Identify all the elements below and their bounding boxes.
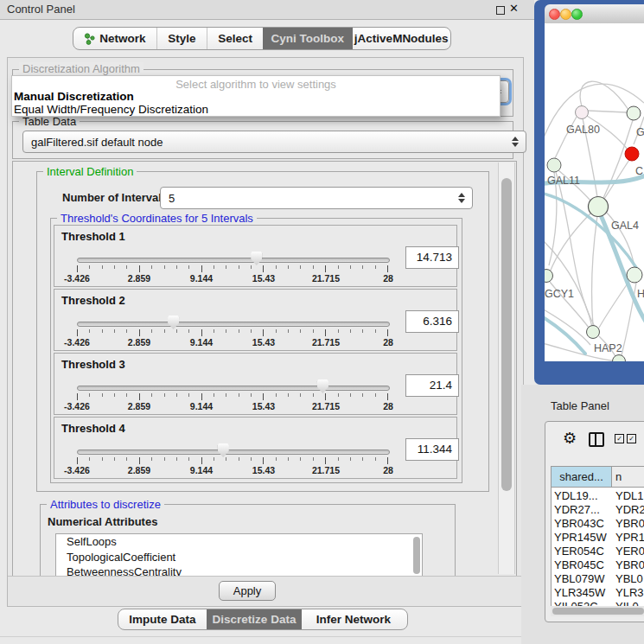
slider-track[interactable] <box>77 450 390 455</box>
node-label: GCY1 <box>545 288 574 300</box>
table-row[interactable]: YDR27...YDR2 <box>552 503 644 517</box>
attributes-group-title: Attributes to discretize <box>47 498 164 511</box>
scrollbar-thumb[interactable] <box>552 608 644 615</box>
node-gal4[interactable] <box>589 197 609 217</box>
threshold-value-field[interactable]: 11.344 <box>405 438 459 461</box>
control-panel-title: Control Panel <box>7 3 75 16</box>
slider-thumb[interactable] <box>218 443 229 457</box>
apply-button[interactable]: Apply <box>219 581 276 601</box>
algorithm-group-title: Discretization Algorithm <box>19 62 143 75</box>
tab-select[interactable]: Select <box>207 28 263 49</box>
node-label: G <box>636 126 644 138</box>
columns-icon[interactable] <box>589 432 604 447</box>
node-gal80[interactable] <box>576 106 589 119</box>
list-scrollbar-thumb[interactable] <box>413 537 420 574</box>
threshold-slider[interactable]: -3.426 2.859 9.144 15.43 21.715 28 <box>77 252 388 283</box>
network-view-window: GAL80 G C GAL11 GAL4 GCY1 H HAP2 <box>534 0 644 385</box>
network-canvas[interactable]: GAL80 G C GAL11 GAL4 GCY1 H HAP2 <box>545 23 644 361</box>
node-gcy1[interactable] <box>545 270 553 283</box>
scale-label: 9.144 <box>190 401 213 411</box>
slider-track[interactable] <box>77 322 390 327</box>
table-data-combobox[interactable]: galFiltered.sif default node <box>22 131 526 153</box>
table-row[interactable]: YLR345WYLR3 <box>552 586 644 600</box>
scale-label: 9.144 <box>190 273 213 284</box>
column-header-name[interactable]: n <box>612 467 644 488</box>
table-row[interactable]: YBR045CYBR0 <box>552 558 644 572</box>
slider-track[interactable] <box>77 386 390 391</box>
dropdown-option-manual[interactable]: Manual Discretization <box>14 90 134 103</box>
list-item[interactable]: TopologicalCoefficient <box>56 550 422 565</box>
scale-label: -3.426 <box>64 465 90 475</box>
threshold-value-field[interactable]: 21.4 <box>405 374 459 397</box>
checkbox-icon[interactable]: ✓ <box>627 434 636 443</box>
scrollbar-thumb[interactable] <box>501 178 512 491</box>
node-top-right[interactable] <box>627 106 641 120</box>
scale-label: 21.715 <box>312 401 340 411</box>
slider-scale: -3.426 2.859 9.144 15.43 21.715 28 <box>77 273 388 284</box>
node-label: H <box>637 288 644 300</box>
tab-cyni-toolbox[interactable]: Cyni Toolbox <box>263 28 353 49</box>
close-icon[interactable]: ✕ <box>509 2 519 15</box>
slider-thumb[interactable] <box>168 316 179 329</box>
table-horizontal-scrollbar[interactable] <box>551 606 644 616</box>
bottom-tabbar: Impute Data Discretize Data Infer Networ… <box>118 609 408 630</box>
tab-label: jActiveMNodules <box>354 32 449 45</box>
number-of-intervals-label: Number of Intervals <box>62 191 168 204</box>
number-of-intervals-combobox[interactable]: 5 <box>160 187 473 209</box>
scale-label: 2.859 <box>128 337 150 348</box>
tab-jactivemnodules[interactable]: jActiveMNodules <box>353 28 450 49</box>
threshold-slider[interactable]: -3.426 2.859 9.144 15.43 21.715 28 <box>77 316 388 347</box>
checkbox-icon[interactable]: ✓ <box>615 434 624 443</box>
slider-thumb[interactable] <box>317 379 328 393</box>
threshold-label: Threshold 3 <box>61 358 125 371</box>
scale-label: 21.715 <box>312 273 340 284</box>
threshold-panel-3: Threshold 3 -3.426 2.859 9.144 15.43 21.… <box>54 353 457 415</box>
tab-infer-network[interactable]: Infer Network <box>302 609 405 629</box>
close-traffic-light-icon[interactable] <box>549 9 560 20</box>
tab-impute-data[interactable]: Impute Data <box>118 609 207 629</box>
list-item[interactable]: SelfLoops <box>56 534 422 550</box>
node-bottom[interactable] <box>613 355 626 362</box>
node-h[interactable] <box>627 267 642 283</box>
float-window-icon[interactable] <box>496 6 505 15</box>
slider-thumb[interactable] <box>251 252 262 265</box>
threshold-value-field[interactable]: 6.316 <box>405 310 459 333</box>
tab-label: Style <box>168 32 195 45</box>
screenshot-root: Control Panel ✕ Network Style Select Cyn… <box>0 0 644 644</box>
node-hap2[interactable] <box>587 326 600 339</box>
threshold-slider[interactable]: -3.426 2.859 9.144 15.43 21.715 28 <box>77 379 388 411</box>
threshold-panel-1: Threshold 1 -3.426 2.859 9.144 15.43 21.… <box>54 225 457 287</box>
slider-ticks <box>77 457 388 464</box>
tab-discretize-data[interactable]: Discretize Data <box>207 609 302 629</box>
threshold-panel-4: Threshold 4 -3.426 2.859 9.144 15.43 21.… <box>54 417 457 479</box>
threshold-value-field[interactable]: 14.713 <box>405 246 459 269</box>
gear-icon[interactable]: ⚙ <box>563 429 577 448</box>
network-window-titlebar[interactable] <box>545 4 644 24</box>
table-row[interactable]: YDL19...YDL1 <box>552 489 644 503</box>
control-panel-tabbar: Network Style Select Cyni Toolbox jActiv… <box>73 27 451 50</box>
table-row[interactable]: YBL079WYBL0 <box>552 572 644 586</box>
scale-label: 28 <box>383 465 393 475</box>
slider-scale: -3.426 2.859 9.144 15.43 21.715 28 <box>77 337 388 348</box>
number-of-intervals-value: 5 <box>169 192 175 205</box>
node-label: C <box>635 165 643 177</box>
zoom-traffic-light-icon[interactable] <box>571 9 583 20</box>
minimize-traffic-light-icon[interactable] <box>560 9 571 20</box>
column-header-shared[interactable]: shared... <box>552 467 612 488</box>
tab-style[interactable]: Style <box>157 28 208 49</box>
tab-label: Select <box>218 32 252 45</box>
scale-label: 28 <box>383 337 393 348</box>
tab-label: Discretize Data <box>213 613 296 626</box>
table-row[interactable]: YER054CYER0 <box>552 545 644 558</box>
settings-vertical-scrollbar[interactable] <box>498 163 515 574</box>
tab-network[interactable]: Network <box>73 28 157 49</box>
threshold-slider[interactable]: -3.426 2.859 9.144 15.43 21.715 28 <box>77 443 388 475</box>
slider-track[interactable] <box>77 258 390 263</box>
node-red-selected[interactable] <box>625 147 639 161</box>
scale-label: -3.426 <box>64 337 90 348</box>
dropdown-option-equal-width[interactable]: Equal Width/Frequency Discretization <box>14 103 208 116</box>
table-row[interactable]: YBR043CYBR0 <box>552 517 644 531</box>
control-panel-titlebar: Control Panel ✕ <box>0 0 534 20</box>
node-gal11[interactable] <box>547 158 561 172</box>
table-row[interactable]: YPR145WYPR1 <box>552 531 644 545</box>
